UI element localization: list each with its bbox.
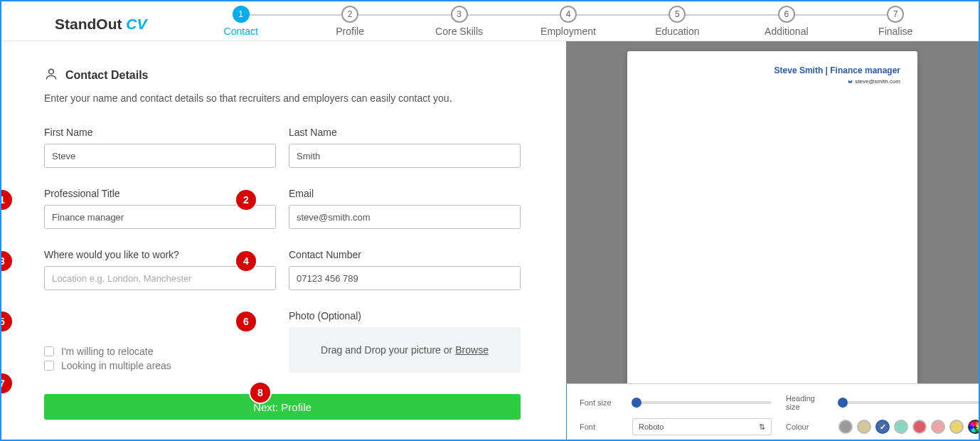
- step-education[interactable]: 5Education: [623, 6, 732, 37]
- cv-email-line: steve@smith.com: [644, 78, 900, 85]
- colour-swatch[interactable]: [857, 420, 871, 434]
- step-number: 3: [451, 6, 468, 23]
- heading-size-slider[interactable]: [838, 401, 980, 404]
- annotation-8: 8: [250, 383, 270, 403]
- cv-email-text: steve@smith.com: [855, 78, 900, 85]
- step-employment[interactable]: 4Employment: [513, 6, 622, 37]
- step-contact[interactable]: 1Contact: [186, 6, 295, 37]
- last-name-input[interactable]: [289, 144, 521, 168]
- style-toolbar: Font size Heading size Font Roboto ⇅ Col…: [566, 383, 979, 440]
- brand-text-1: StandOut: [55, 16, 126, 32]
- annotation-2: 2: [236, 190, 256, 210]
- step-label: Core Skills: [405, 26, 513, 37]
- colour-swatches: [838, 420, 980, 434]
- email-label: Email: [289, 188, 521, 199]
- multi-area-checkbox[interactable]: [44, 361, 54, 371]
- colour-label: Colour: [786, 423, 829, 431]
- colour-swatch[interactable]: [894, 420, 908, 434]
- multi-area-label: Looking in multiple areas: [61, 360, 171, 371]
- step-number: 1: [233, 6, 250, 23]
- cv-name-line: Steve Smith | Finance manager: [644, 65, 900, 75]
- step-label: Additional: [732, 26, 841, 37]
- step-number: 6: [778, 6, 795, 23]
- browse-link[interactable]: Browse: [455, 344, 489, 356]
- step-label: Contact: [186, 26, 295, 37]
- annotation-6: 6: [236, 312, 256, 331]
- email-input[interactable]: [289, 205, 521, 229]
- colour-swatch[interactable]: [838, 420, 853, 434]
- phone-input[interactable]: [289, 266, 521, 290]
- annotation-1: 1: [0, 190, 12, 210]
- colour-swatch[interactable]: [931, 420, 945, 434]
- font-size-slider[interactable]: [632, 401, 772, 404]
- progress-stepper: 1Contact2Profile3Core Skills4Employment5…: [179, 6, 979, 37]
- photo-dropzone[interactable]: Drag and Drop your picture or Browse: [289, 327, 521, 373]
- relocate-checkbox[interactable]: [44, 346, 54, 356]
- font-size-label: Font size: [580, 398, 622, 407]
- step-label: Employment: [513, 26, 622, 37]
- svg-point-0: [49, 69, 54, 74]
- colour-swatch[interactable]: [949, 420, 964, 434]
- annotation-3: 3: [0, 251, 12, 271]
- annotation-4: 4: [236, 251, 256, 271]
- step-label: Finalise: [841, 26, 950, 37]
- step-label: Profile: [295, 26, 404, 37]
- brand-text-2: CV: [126, 16, 147, 32]
- brand-logo: StandOut CV: [1, 6, 179, 33]
- chevron-updown-icon: ⇅: [759, 423, 765, 432]
- annotation-7: 7: [0, 373, 12, 393]
- step-number: 4: [560, 6, 577, 23]
- colour-swatch-custom[interactable]: [968, 420, 980, 434]
- step-number: 5: [669, 6, 686, 23]
- step-core-skills[interactable]: 3Core Skills: [405, 6, 513, 37]
- colour-swatch[interactable]: [912, 420, 927, 434]
- font-select-value: Roboto: [639, 423, 664, 431]
- step-number: 2: [341, 6, 358, 23]
- step-finalise[interactable]: 7Finalise: [841, 6, 950, 37]
- annotation-5: 5: [0, 312, 12, 331]
- first-name-input[interactable]: [44, 144, 276, 168]
- section-subtitle: Enter your name and contact details so t…: [44, 92, 521, 104]
- phone-label: Contact Number: [289, 249, 521, 260]
- step-number: 7: [887, 6, 904, 23]
- mail-icon: [848, 79, 853, 84]
- font-select[interactable]: Roboto ⇅: [632, 418, 772, 435]
- first-name-label: First Name: [44, 127, 276, 138]
- step-label: Education: [623, 26, 732, 37]
- form-panel: Contact Details Enter your name and cont…: [1, 41, 566, 440]
- cv-preview-page: Steve Smith | Finance manager steve@smit…: [627, 51, 917, 386]
- next-button[interactable]: Next: Profile: [44, 394, 521, 420]
- last-name-label: Last Name: [289, 127, 521, 138]
- heading-size-label: Heading size: [786, 394, 829, 411]
- step-profile[interactable]: 2Profile: [295, 6, 404, 37]
- font-label: Font: [580, 423, 622, 431]
- person-icon: [44, 67, 58, 84]
- dropzone-text: Drag and Drop your picture or: [321, 344, 452, 356]
- photo-label: Photo (Optional): [289, 310, 521, 322]
- step-additional[interactable]: 6Additional: [732, 6, 841, 37]
- relocate-label: I'm willing to relocate: [61, 346, 154, 357]
- preview-panel: Steve Smith | Finance manager steve@smit…: [566, 41, 979, 440]
- section-title: Contact Details: [65, 69, 148, 82]
- colour-swatch[interactable]: [875, 420, 890, 434]
